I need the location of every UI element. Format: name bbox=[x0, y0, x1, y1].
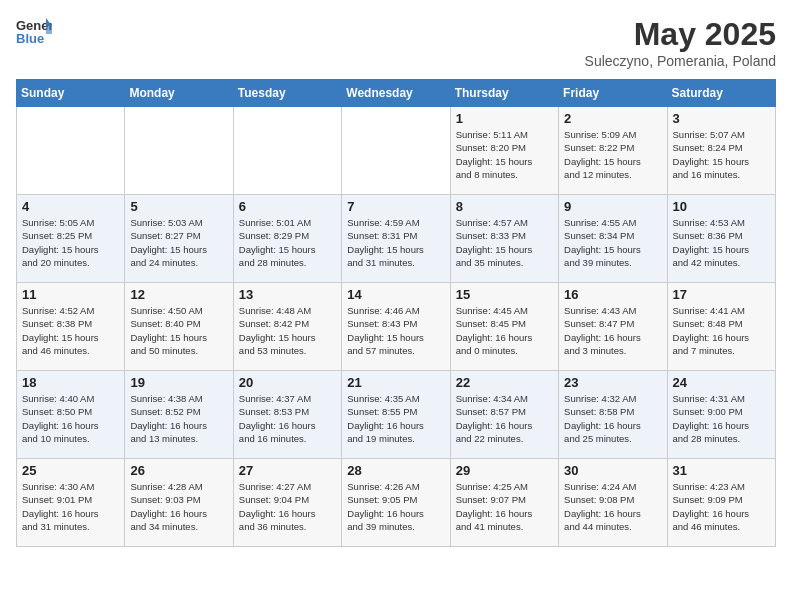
calendar-cell: 14Sunrise: 4:46 AMSunset: 8:43 PMDayligh… bbox=[342, 283, 450, 371]
calendar-week-row: 11Sunrise: 4:52 AMSunset: 8:38 PMDayligh… bbox=[17, 283, 776, 371]
day-number: 27 bbox=[239, 463, 336, 478]
calendar-cell: 31Sunrise: 4:23 AMSunset: 9:09 PMDayligh… bbox=[667, 459, 775, 547]
day-info: Sunrise: 4:30 AMSunset: 9:01 PMDaylight:… bbox=[22, 480, 119, 533]
day-number: 16 bbox=[564, 287, 661, 302]
day-info: Sunrise: 4:27 AMSunset: 9:04 PMDaylight:… bbox=[239, 480, 336, 533]
calendar-week-row: 1Sunrise: 5:11 AMSunset: 8:20 PMDaylight… bbox=[17, 107, 776, 195]
day-number: 3 bbox=[673, 111, 770, 126]
day-number: 15 bbox=[456, 287, 553, 302]
calendar-cell: 12Sunrise: 4:50 AMSunset: 8:40 PMDayligh… bbox=[125, 283, 233, 371]
day-number: 4 bbox=[22, 199, 119, 214]
day-number: 2 bbox=[564, 111, 661, 126]
day-number: 5 bbox=[130, 199, 227, 214]
day-info: Sunrise: 4:50 AMSunset: 8:40 PMDaylight:… bbox=[130, 304, 227, 357]
day-info: Sunrise: 4:26 AMSunset: 9:05 PMDaylight:… bbox=[347, 480, 444, 533]
calendar-cell: 11Sunrise: 4:52 AMSunset: 8:38 PMDayligh… bbox=[17, 283, 125, 371]
calendar-cell: 25Sunrise: 4:30 AMSunset: 9:01 PMDayligh… bbox=[17, 459, 125, 547]
column-header-sunday: Sunday bbox=[17, 80, 125, 107]
calendar-cell: 26Sunrise: 4:28 AMSunset: 9:03 PMDayligh… bbox=[125, 459, 233, 547]
day-info: Sunrise: 4:46 AMSunset: 8:43 PMDaylight:… bbox=[347, 304, 444, 357]
day-number: 18 bbox=[22, 375, 119, 390]
svg-marker-3 bbox=[46, 26, 52, 34]
calendar-cell: 19Sunrise: 4:38 AMSunset: 8:52 PMDayligh… bbox=[125, 371, 233, 459]
day-info: Sunrise: 5:11 AMSunset: 8:20 PMDaylight:… bbox=[456, 128, 553, 181]
column-header-saturday: Saturday bbox=[667, 80, 775, 107]
day-number: 10 bbox=[673, 199, 770, 214]
day-info: Sunrise: 4:55 AMSunset: 8:34 PMDaylight:… bbox=[564, 216, 661, 269]
header-row: SundayMondayTuesdayWednesdayThursdayFrid… bbox=[17, 80, 776, 107]
day-number: 6 bbox=[239, 199, 336, 214]
day-number: 28 bbox=[347, 463, 444, 478]
day-info: Sunrise: 4:31 AMSunset: 9:00 PMDaylight:… bbox=[673, 392, 770, 445]
calendar-week-row: 18Sunrise: 4:40 AMSunset: 8:50 PMDayligh… bbox=[17, 371, 776, 459]
day-info: Sunrise: 4:53 AMSunset: 8:36 PMDaylight:… bbox=[673, 216, 770, 269]
day-info: Sunrise: 4:45 AMSunset: 8:45 PMDaylight:… bbox=[456, 304, 553, 357]
logo-icon: General Blue bbox=[16, 16, 52, 46]
calendar-cell: 1Sunrise: 5:11 AMSunset: 8:20 PMDaylight… bbox=[450, 107, 558, 195]
calendar-cell: 13Sunrise: 4:48 AMSunset: 8:42 PMDayligh… bbox=[233, 283, 341, 371]
day-number: 19 bbox=[130, 375, 227, 390]
day-info: Sunrise: 5:09 AMSunset: 8:22 PMDaylight:… bbox=[564, 128, 661, 181]
day-info: Sunrise: 4:35 AMSunset: 8:55 PMDaylight:… bbox=[347, 392, 444, 445]
column-header-tuesday: Tuesday bbox=[233, 80, 341, 107]
day-number: 29 bbox=[456, 463, 553, 478]
day-info: Sunrise: 4:40 AMSunset: 8:50 PMDaylight:… bbox=[22, 392, 119, 445]
calendar-table: SundayMondayTuesdayWednesdayThursdayFrid… bbox=[16, 79, 776, 547]
day-info: Sunrise: 5:07 AMSunset: 8:24 PMDaylight:… bbox=[673, 128, 770, 181]
calendar-cell bbox=[17, 107, 125, 195]
day-number: 24 bbox=[673, 375, 770, 390]
day-info: Sunrise: 4:43 AMSunset: 8:47 PMDaylight:… bbox=[564, 304, 661, 357]
day-info: Sunrise: 4:52 AMSunset: 8:38 PMDaylight:… bbox=[22, 304, 119, 357]
location-subtitle: Suleczyno, Pomerania, Poland bbox=[585, 53, 776, 69]
day-number: 23 bbox=[564, 375, 661, 390]
day-number: 9 bbox=[564, 199, 661, 214]
day-number: 25 bbox=[22, 463, 119, 478]
calendar-cell: 16Sunrise: 4:43 AMSunset: 8:47 PMDayligh… bbox=[559, 283, 667, 371]
calendar-cell: 15Sunrise: 4:45 AMSunset: 8:45 PMDayligh… bbox=[450, 283, 558, 371]
column-header-monday: Monday bbox=[125, 80, 233, 107]
day-info: Sunrise: 4:28 AMSunset: 9:03 PMDaylight:… bbox=[130, 480, 227, 533]
column-header-wednesday: Wednesday bbox=[342, 80, 450, 107]
calendar-cell: 28Sunrise: 4:26 AMSunset: 9:05 PMDayligh… bbox=[342, 459, 450, 547]
calendar-cell: 27Sunrise: 4:27 AMSunset: 9:04 PMDayligh… bbox=[233, 459, 341, 547]
calendar-week-row: 25Sunrise: 4:30 AMSunset: 9:01 PMDayligh… bbox=[17, 459, 776, 547]
calendar-cell: 9Sunrise: 4:55 AMSunset: 8:34 PMDaylight… bbox=[559, 195, 667, 283]
title-block: May 2025 Suleczyno, Pomerania, Poland bbox=[585, 16, 776, 69]
day-number: 21 bbox=[347, 375, 444, 390]
calendar-week-row: 4Sunrise: 5:05 AMSunset: 8:25 PMDaylight… bbox=[17, 195, 776, 283]
day-info: Sunrise: 4:57 AMSunset: 8:33 PMDaylight:… bbox=[456, 216, 553, 269]
calendar-cell: 17Sunrise: 4:41 AMSunset: 8:48 PMDayligh… bbox=[667, 283, 775, 371]
calendar-cell: 24Sunrise: 4:31 AMSunset: 9:00 PMDayligh… bbox=[667, 371, 775, 459]
calendar-cell: 7Sunrise: 4:59 AMSunset: 8:31 PMDaylight… bbox=[342, 195, 450, 283]
calendar-cell: 4Sunrise: 5:05 AMSunset: 8:25 PMDaylight… bbox=[17, 195, 125, 283]
day-info: Sunrise: 4:32 AMSunset: 8:58 PMDaylight:… bbox=[564, 392, 661, 445]
day-number: 8 bbox=[456, 199, 553, 214]
column-header-thursday: Thursday bbox=[450, 80, 558, 107]
calendar-cell bbox=[125, 107, 233, 195]
day-number: 31 bbox=[673, 463, 770, 478]
calendar-cell: 21Sunrise: 4:35 AMSunset: 8:55 PMDayligh… bbox=[342, 371, 450, 459]
calendar-cell: 20Sunrise: 4:37 AMSunset: 8:53 PMDayligh… bbox=[233, 371, 341, 459]
day-number: 7 bbox=[347, 199, 444, 214]
calendar-cell: 23Sunrise: 4:32 AMSunset: 8:58 PMDayligh… bbox=[559, 371, 667, 459]
day-number: 17 bbox=[673, 287, 770, 302]
day-info: Sunrise: 4:41 AMSunset: 8:48 PMDaylight:… bbox=[673, 304, 770, 357]
day-info: Sunrise: 4:34 AMSunset: 8:57 PMDaylight:… bbox=[456, 392, 553, 445]
calendar-cell bbox=[342, 107, 450, 195]
day-info: Sunrise: 4:25 AMSunset: 9:07 PMDaylight:… bbox=[456, 480, 553, 533]
day-number: 11 bbox=[22, 287, 119, 302]
day-info: Sunrise: 4:24 AMSunset: 9:08 PMDaylight:… bbox=[564, 480, 661, 533]
column-header-friday: Friday bbox=[559, 80, 667, 107]
day-info: Sunrise: 5:03 AMSunset: 8:27 PMDaylight:… bbox=[130, 216, 227, 269]
day-info: Sunrise: 5:01 AMSunset: 8:29 PMDaylight:… bbox=[239, 216, 336, 269]
calendar-cell: 5Sunrise: 5:03 AMSunset: 8:27 PMDaylight… bbox=[125, 195, 233, 283]
day-info: Sunrise: 5:05 AMSunset: 8:25 PMDaylight:… bbox=[22, 216, 119, 269]
calendar-cell: 8Sunrise: 4:57 AMSunset: 8:33 PMDaylight… bbox=[450, 195, 558, 283]
day-number: 22 bbox=[456, 375, 553, 390]
day-info: Sunrise: 4:59 AMSunset: 8:31 PMDaylight:… bbox=[347, 216, 444, 269]
day-number: 26 bbox=[130, 463, 227, 478]
day-info: Sunrise: 4:37 AMSunset: 8:53 PMDaylight:… bbox=[239, 392, 336, 445]
day-number: 20 bbox=[239, 375, 336, 390]
month-title: May 2025 bbox=[585, 16, 776, 53]
calendar-cell: 29Sunrise: 4:25 AMSunset: 9:07 PMDayligh… bbox=[450, 459, 558, 547]
